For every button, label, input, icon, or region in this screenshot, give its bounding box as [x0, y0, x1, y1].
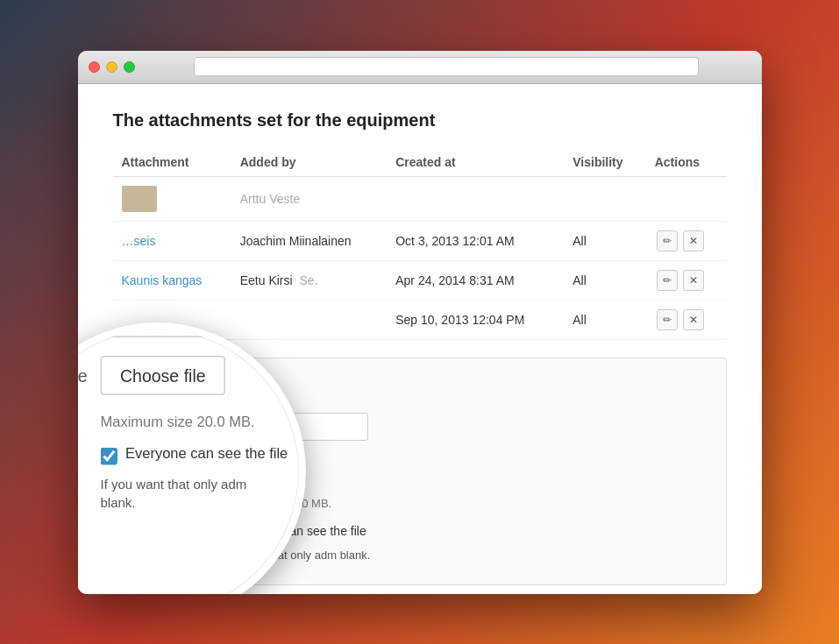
- col-header-visibility: Visibility: [564, 148, 645, 177]
- mag-visibility-checkbox[interactable]: [100, 448, 117, 465]
- edit-button[interactable]: ✏: [657, 270, 678, 291]
- actions-cell: [646, 176, 727, 221]
- created-at-cell: Apr 24, 2014 8:31 AM: [387, 260, 564, 300]
- table-row: …seis Joachim Miinalainen Oct 3, 2013 12…: [113, 221, 727, 260]
- mag-max-size: Maximum size 20.0 MB.: [100, 414, 304, 429]
- col-header-created-at: Created at: [387, 148, 564, 177]
- magnifier-content: Attach file Name * File Choose file Maxi…: [78, 322, 306, 539]
- browser-window: The attachments set for the equipment At…: [78, 51, 762, 594]
- mag-required-star: *: [80, 322, 87, 329]
- added-by-cell: Joachim Miinalainen: [231, 221, 388, 260]
- attachments-table: Attachment Added by Created at Visibilit…: [113, 148, 727, 340]
- mag-file-label: File: [78, 365, 101, 386]
- visibility-cell: All: [564, 300, 645, 339]
- edit-button[interactable]: ✏: [657, 230, 678, 251]
- page-content: The attachments set for the equipment At…: [78, 84, 762, 594]
- table-row: Arttu Veste: [113, 176, 727, 221]
- mag-visibility-row: Everyone can see the file: [100, 445, 304, 465]
- delete-button[interactable]: ✕: [683, 270, 704, 291]
- attachment-cell: Kaunis kangas: [113, 260, 231, 300]
- browser-titlebar: [78, 51, 762, 84]
- mag-name-label: Name *: [78, 322, 101, 329]
- page-title: The attachments set for the equipment: [113, 110, 727, 131]
- table-row: Kaunis kangas Eetu Kirsi Se. Apr 24, 201…: [113, 260, 727, 300]
- actions-cell: ✏ ✕: [646, 221, 727, 260]
- maximize-button[interactable]: [124, 61, 135, 73]
- close-button[interactable]: [89, 61, 100, 73]
- attachment-link[interactable]: Kaunis kangas: [122, 273, 203, 287]
- actions-cell: ✏ ✕: [646, 300, 727, 339]
- actions-cell: ✏ ✕: [646, 260, 727, 300]
- mag-file-row: File Choose file: [78, 356, 304, 395]
- attachment-cell: [113, 176, 231, 221]
- delete-button[interactable]: ✕: [683, 230, 704, 251]
- mag-choose-file-button[interactable]: Choose file: [100, 356, 225, 395]
- visibility-cell: All: [564, 260, 645, 300]
- visibility-cell: [564, 176, 645, 221]
- delete-button[interactable]: ✕: [683, 309, 704, 330]
- attachment-thumbnail: [122, 186, 157, 212]
- col-header-actions: Actions: [646, 148, 727, 177]
- minimize-button[interactable]: [106, 61, 117, 73]
- created-at-cell: Oct 3, 2013 12:01 AM: [387, 221, 564, 260]
- address-bar[interactable]: [194, 57, 699, 76]
- mag-visibility-label: Everyone can see the file: [125, 445, 288, 461]
- created-at-cell: Sep 10, 2013 12:04 PM: [387, 300, 564, 339]
- magnifier-overlay: Attach file Name * File Choose file Maxi…: [78, 322, 306, 594]
- created-at-cell: [387, 176, 564, 221]
- attachment-link[interactable]: …seis: [122, 234, 156, 248]
- mag-help-text: If you want that only adm blank.: [100, 475, 304, 512]
- added-by-cell: Eetu Kirsi Se.: [231, 260, 388, 300]
- col-header-attachment: Attachment: [113, 148, 231, 177]
- edit-button[interactable]: ✏: [657, 309, 678, 330]
- col-header-added-by: Added by: [231, 148, 388, 177]
- added-by-cell: Arttu Veste: [231, 176, 388, 221]
- attachment-cell: …seis: [113, 221, 231, 260]
- visibility-cell: All: [564, 221, 645, 260]
